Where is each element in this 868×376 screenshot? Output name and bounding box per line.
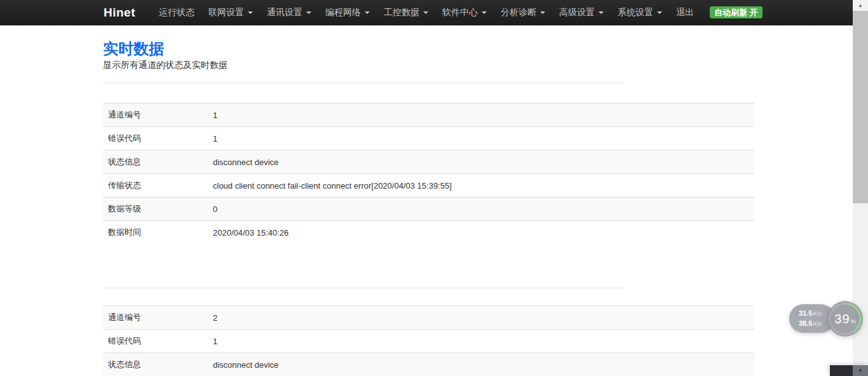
percent-readout: 39 % [834, 312, 855, 326]
upload-speed-value: 31.5 [799, 309, 812, 318]
caret-down-icon [599, 11, 604, 14]
caret-down-icon [423, 11, 428, 14]
caret-down-icon [248, 11, 253, 14]
row-label: 数据等级 [103, 203, 208, 215]
table-row: 通道编号2 [103, 306, 754, 329]
caret-down-icon [540, 11, 545, 14]
nav-item[interactable]: 联网设置 [201, 0, 260, 25]
row-value: 2 [208, 313, 754, 323]
nav-item-label: 软件中心 [442, 7, 478, 18]
caret-down-icon [482, 11, 487, 14]
nav-item-label: 运行状态 [159, 7, 194, 18]
nav-item[interactable]: 高级设置 [552, 0, 611, 25]
page-subtitle: 显示所有通道的状态及实时数据 [103, 60, 227, 71]
row-value: 1 [208, 134, 754, 144]
browser-viewport: Hinet 运行状态联网设置通讯设置编程网络工控数据软件中心分析诊断高级设置系统… [0, 0, 868, 376]
row-value: cloud client connect fail-client connect… [208, 181, 754, 191]
nav-item-label: 系统设置 [618, 7, 653, 18]
table-row: 传输状态cloud client connect fail-client con… [103, 173, 754, 197]
table-row: 通道编号1 [103, 103, 754, 126]
percent-value: 39 [834, 312, 850, 326]
upload-arrow-icon: ↑ [795, 309, 798, 318]
table-row: 错误代码1 [103, 126, 754, 150]
scrollbar-thumb[interactable] [853, 11, 868, 203]
nav-item[interactable]: 编程网络 [318, 0, 377, 25]
row-label: 错误代码 [103, 335, 208, 347]
nav-item[interactable]: 软件中心 [435, 0, 494, 25]
speed-percent-circle[interactable]: 39 % [827, 301, 863, 337]
nav-item[interactable]: 运行状态 [152, 0, 201, 25]
nav-item[interactable]: 分析诊断 [494, 0, 552, 25]
divider [103, 288, 624, 288]
nav-item-label: 通讯设置 [267, 7, 302, 18]
nav-menu: 运行状态联网设置通讯设置编程网络工控数据软件中心分析诊断高级设置系统设置退出 [152, 0, 701, 25]
nav-item[interactable]: 工控数据 [377, 0, 435, 25]
caret-down-icon [365, 11, 370, 14]
nav-item[interactable]: 通讯设置 [260, 0, 318, 25]
row-label: 数据时间 [103, 227, 208, 238]
nav-item[interactable]: 退出 [669, 0, 701, 25]
table-row: 错误代码1 [103, 329, 754, 352]
nav-item-label: 编程网络 [325, 7, 361, 18]
caret-down-icon [306, 11, 311, 14]
upload-speed-unit: K/s [813, 309, 821, 319]
scroll-down-button[interactable]: ▼ [853, 365, 868, 376]
page-title: 实时数据 [103, 39, 164, 59]
nav-item-label: 工控数据 [384, 7, 419, 18]
row-value: disconnect device [208, 360, 754, 370]
row-label: 传输状态 [103, 180, 208, 191]
table-row: 数据等级0 [103, 197, 754, 220]
nav-item-label: 分析诊断 [501, 7, 536, 18]
channel-status-table: 通道编号1错误代码1状态信息disconnect device传输状态cloud… [103, 103, 754, 244]
auto-refresh-badge[interactable]: 自动刷新 开 [710, 6, 763, 18]
nav-item-label: 高级设置 [559, 7, 595, 18]
row-value: disconnect device [208, 158, 754, 167]
scroll-up-button[interactable]: ▲ [853, 0, 868, 11]
row-label: 错误代码 [103, 133, 208, 144]
row-label: 通道编号 [103, 109, 208, 121]
nav-item-label: 联网设置 [208, 7, 244, 18]
table-row: 状态信息disconnect device [103, 150, 754, 173]
caret-down-icon [657, 11, 662, 14]
divider [103, 83, 624, 83]
brand-logo[interactable]: Hinet [104, 6, 135, 20]
channel-status-table: 通道编号2错误代码1状态信息disconnect device [103, 306, 754, 376]
row-value: 1 [208, 111, 754, 120]
row-label: 状态信息 [103, 359, 208, 370]
table-row: 数据时间2020/04/03 15:40:26 [103, 220, 754, 244]
nav-item-label: 退出 [676, 7, 694, 18]
nav-item[interactable]: 系统设置 [611, 0, 669, 25]
table-row: 状态信息disconnect device [103, 352, 754, 376]
row-label: 状态信息 [103, 156, 208, 168]
row-label: 通道编号 [103, 312, 208, 323]
download-arrow-icon: ↓ [795, 319, 798, 328]
download-speed-unit: K/s [813, 319, 821, 329]
download-speed-value: 38.5 [799, 319, 812, 328]
row-value: 2020/04/03 15:40:26 [208, 228, 754, 238]
row-value: 0 [208, 205, 754, 214]
row-value: 1 [208, 337, 754, 346]
percent-sign: % [851, 318, 856, 325]
